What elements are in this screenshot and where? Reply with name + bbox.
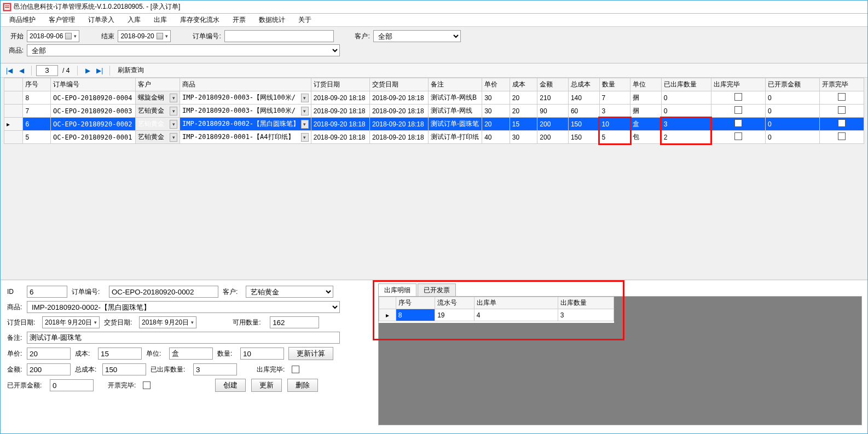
checkbox[interactable] — [734, 93, 742, 101]
orderdate-input[interactable]: 2018年 9月20日▾ — [42, 316, 100, 328]
totalcost-label: 总成本: — [75, 365, 98, 374]
checkbox[interactable] — [734, 132, 742, 140]
dropdown-icon[interactable]: ▾ — [170, 120, 177, 129]
dropdown-icon[interactable]: ▾ — [301, 133, 309, 142]
orderno-input-d[interactable] — [109, 286, 218, 298]
menu-products[interactable]: 商品维护 — [4, 14, 41, 26]
product-label: 商品: — [6, 46, 24, 55]
checkbox[interactable] — [734, 106, 742, 114]
amount-input[interactable] — [27, 363, 71, 375]
price-label: 单价: — [7, 349, 22, 358]
menu-stats[interactable]: 数据统计 — [253, 14, 291, 26]
subgrid-row[interactable]: ▸ 8 19 4 3 — [379, 309, 614, 321]
dropdown-icon: ▾ — [165, 33, 168, 39]
dropdown-icon[interactable]: ▾ — [301, 120, 309, 129]
subgrid-wrapper: 序号流水号 出库单出库数量 ▸ 8 19 4 3 — [378, 296, 862, 425]
qty-label: 数量: — [217, 349, 236, 358]
qty-input[interactable] — [240, 348, 284, 360]
invamt-input[interactable] — [50, 379, 94, 391]
start-date-input[interactable]: 2018-09-06 ▾ — [27, 30, 79, 42]
delivdate-input[interactable]: 2018年 9月20日▾ — [139, 316, 196, 328]
checkbox[interactable] — [838, 119, 846, 127]
id-input[interactable] — [27, 286, 67, 298]
calendar-icon — [65, 33, 72, 39]
row-pointer-icon: ▸ — [379, 309, 396, 321]
last-page-button[interactable]: ▶| — [94, 65, 105, 76]
product-select-d[interactable]: IMP-20180920-0002-【黑白圆珠笔】 — [27, 301, 340, 313]
end-label: 结束 — [97, 32, 114, 41]
checkbox[interactable] — [838, 132, 846, 140]
outdone-label: 出库完毕: — [257, 365, 287, 374]
outdone-checkbox[interactable] — [292, 366, 299, 373]
row-header — [4, 105, 23, 118]
next-page-button[interactable]: ▶ — [82, 65, 93, 76]
menu-about[interactable]: 关于 — [293, 14, 317, 26]
grid-header-row: 序号订单编号客户 商品订货日期交货日期 备注单价成本 金额总成本数量 单位已出库… — [4, 78, 864, 91]
menu-customers[interactable]: 客户管理 — [43, 14, 80, 26]
menu-invoice[interactable]: 开票 — [227, 14, 251, 26]
dropdown-icon[interactable]: ▾ — [170, 107, 177, 115]
page-total: / 4 — [62, 67, 70, 74]
tab-pane: 出库明细 已开发票 序号流水号 出库单出库数量 ▸ 8 — [373, 280, 867, 420]
orderdate-label: 订货日期: — [7, 318, 38, 327]
filter-bar: 开始 2018-09-06 ▾ 结束 2018-09-20 ▾ 订单编号: 客户… — [1, 27, 867, 63]
row-header: ▸ — [4, 118, 23, 131]
remark-input[interactable] — [27, 332, 340, 344]
remark-label: 备注: — [7, 333, 22, 343]
bottom-pane: ID 订单编号: 客户: 艺铂黄金 商品: IMP-20180920-0002-… — [1, 280, 867, 420]
outqty-label: 已出库数量: — [151, 365, 189, 374]
first-page-button[interactable]: |◀ — [4, 65, 15, 76]
customer-label: 客户: — [351, 32, 370, 41]
product-select[interactable]: 全部 — [27, 44, 340, 56]
product-label-d: 商品: — [7, 303, 22, 312]
checkbox[interactable] — [734, 119, 742, 127]
orderno-label-d: 订单编号: — [72, 287, 105, 297]
dropdown-icon[interactable]: ▾ — [301, 94, 309, 102]
cost-input[interactable] — [98, 348, 142, 360]
id-label: ID — [7, 288, 22, 296]
tab-outbound-detail[interactable]: 出库明细 — [378, 283, 416, 296]
checkbox[interactable] — [838, 93, 846, 101]
menu-outbound[interactable]: 出库 — [148, 14, 172, 26]
outbound-subgrid[interactable]: 序号流水号 出库单出库数量 ▸ 8 19 4 3 — [379, 297, 614, 321]
dropdown-icon[interactable]: ▾ — [301, 107, 309, 115]
page-input[interactable] — [36, 65, 58, 76]
svg-rect-2 — [5, 5, 9, 7]
availqty-label: 可用数量: — [233, 318, 265, 327]
table-row[interactable]: ▸6OC-EPO-20180920-0002艺铂黄金▾IMP-20180920-… — [4, 118, 864, 131]
orders-grid[interactable]: 序号订单编号客户 商品订货日期交货日期 备注单价成本 金额总成本数量 单位已出库… — [4, 78, 864, 144]
orderno-input[interactable] — [224, 30, 334, 42]
invdone-checkbox[interactable] — [143, 381, 151, 389]
menu-stock-flow[interactable]: 库存变化流水 — [175, 14, 225, 26]
unit-input[interactable] — [169, 348, 213, 360]
dropdown-icon[interactable]: ▾ — [170, 94, 177, 102]
recalc-button[interactable]: 更新计算 — [288, 347, 333, 360]
orderno-label: 订单编号: — [188, 32, 221, 41]
end-date-input[interactable]: 2018-09-20 ▾ — [118, 30, 170, 42]
svg-rect-3 — [5, 7, 9, 8]
price-input[interactable] — [27, 348, 71, 360]
menu-inbound[interactable]: 入库 — [122, 14, 146, 26]
tab-invoiced[interactable]: 已开发票 — [418, 283, 456, 296]
outqty-input[interactable] — [193, 363, 237, 375]
dropdown-icon[interactable]: ▾ — [170, 133, 177, 142]
table-row[interactable]: 7OC-EPO-20180920-0003艺铂黄金▾IMP-20180920-0… — [4, 105, 864, 118]
customer-label-d: 客户: — [223, 287, 241, 297]
app-icon — [3, 3, 11, 11]
prev-page-button[interactable]: ◀ — [16, 65, 27, 76]
checkbox[interactable] — [838, 106, 846, 114]
delivdate-label: 交货日期: — [104, 318, 135, 327]
totalcost-input[interactable] — [102, 363, 146, 375]
title-bar: 邑泊信息科技-订单管理系统-V.1.0.20180905. - [录入订单] — [1, 1, 867, 14]
create-button[interactable]: 创建 — [215, 379, 246, 392]
customer-select-d[interactable]: 艺铂黄金 — [246, 286, 333, 298]
delete-button[interactable]: 删除 — [287, 379, 318, 392]
customer-select[interactable]: 全部 — [373, 30, 461, 42]
table-row[interactable]: 5OC-EPO-20180920-0001艺铂黄金▾IMP-20180920-0… — [4, 131, 864, 144]
update-button[interactable]: 更新 — [251, 379, 282, 392]
row-header — [4, 131, 23, 144]
availqty-input[interactable] — [270, 316, 319, 328]
refresh-button[interactable]: 刷新查询 — [114, 66, 147, 75]
menu-order-entry[interactable]: 订单录入 — [83, 14, 120, 26]
table-row[interactable]: 8OC-EPO-20180920-0004螺旋金钢▾IMP-20180920-0… — [4, 91, 864, 105]
